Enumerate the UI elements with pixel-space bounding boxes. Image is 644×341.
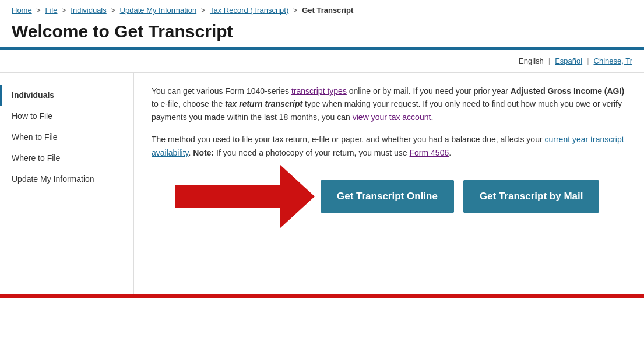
view-tax-account-link[interactable]: view your tax account bbox=[353, 113, 431, 122]
lang-sep-1: | bbox=[548, 57, 550, 65]
page-title: Welcome to Get Transcript bbox=[0, 18, 644, 47]
breadcrumb-sep-4: > bbox=[201, 6, 207, 15]
lang-sep-2: | bbox=[587, 57, 589, 65]
breadcrumb-file[interactable]: File bbox=[45, 6, 58, 15]
lang-chinese[interactable]: Chinese, Tr bbox=[594, 57, 632, 65]
content-p1-end: . bbox=[431, 113, 433, 122]
sidebar-item-update[interactable]: Update My Information bbox=[0, 168, 133, 189]
transcript-types-link[interactable]: transcript types bbox=[291, 86, 347, 96]
content-p1-text3: to e-file, choose the bbox=[152, 99, 225, 108]
buttons-row: Get Transcript Online Get Transcript by … bbox=[152, 173, 627, 220]
main-layout: Individuals How to File When to File Whe… bbox=[0, 73, 644, 294]
language-bar: English | Español | Chinese, Tr bbox=[0, 50, 644, 73]
sidebar-item-when-to-file[interactable]: When to File bbox=[0, 126, 133, 147]
breadcrumb-current: Get Transcript bbox=[302, 6, 353, 15]
sidebar: Individuals How to File When to File Whe… bbox=[0, 73, 134, 294]
content-p1-bold1: Adjusted Gross Income (AGI) bbox=[511, 86, 624, 96]
bottom-red-bar bbox=[0, 294, 644, 298]
breadcrumb-sep-1: > bbox=[36, 6, 43, 15]
content-p2-text1: The method you used to file your tax ret… bbox=[152, 135, 545, 144]
breadcrumb-individuals[interactable]: Individuals bbox=[71, 6, 106, 15]
breadcrumb-update[interactable]: Update My Information bbox=[120, 6, 197, 15]
content-paragraph-2: The method you used to file your tax ret… bbox=[152, 133, 627, 159]
content-p2-bold: Note: bbox=[193, 148, 214, 157]
content-p1-text1: You can get various Form 1040-series bbox=[152, 86, 291, 96]
breadcrumb-home[interactable]: Home bbox=[12, 6, 32, 15]
arrow-body bbox=[175, 185, 280, 208]
breadcrumb-sep-5: > bbox=[293, 6, 300, 15]
get-transcript-mail-button[interactable]: Get Transcript by Mail bbox=[463, 180, 600, 213]
form-4506-link[interactable]: Form 4506 bbox=[410, 148, 449, 157]
content-paragraph-1: You can get various Form 1040-series tra… bbox=[152, 85, 627, 124]
content-p1-bold2: tax return transcript bbox=[225, 99, 302, 108]
red-arrow bbox=[175, 164, 315, 228]
breadcrumb-sep-2: > bbox=[62, 6, 68, 15]
lang-espanol[interactable]: Español bbox=[555, 57, 582, 65]
breadcrumb: Home > File > Individuals > Update My In… bbox=[0, 0, 644, 18]
sidebar-item-individuals[interactable]: Individuals bbox=[0, 85, 133, 106]
content-p1-text2: online or by mail. If you need your prio… bbox=[347, 86, 511, 96]
content-p2-text3: If you need a photocopy of your return, … bbox=[214, 148, 409, 157]
breadcrumb-tax-record[interactable]: Tax Record (Transcript) bbox=[210, 6, 288, 15]
sidebar-item-where-to-file[interactable]: Where to File bbox=[0, 147, 133, 168]
sidebar-item-how-to-file[interactable]: How to File bbox=[0, 106, 133, 126]
arrow-head bbox=[280, 164, 315, 228]
get-transcript-online-button[interactable]: Get Transcript Online bbox=[321, 180, 454, 213]
content-p2-final: . bbox=[449, 148, 451, 157]
content-area: You can get various Form 1040-series tra… bbox=[134, 73, 644, 294]
arrow-container bbox=[152, 173, 315, 220]
lang-english: English bbox=[519, 57, 544, 65]
breadcrumb-sep-3: > bbox=[111, 6, 117, 15]
